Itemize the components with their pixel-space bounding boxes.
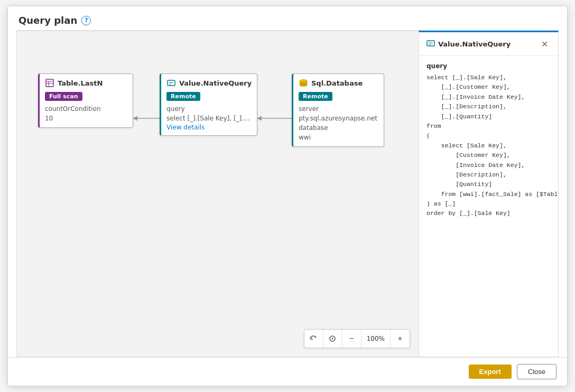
- close-button[interactable]: Close: [517, 364, 557, 379]
- canvas-area[interactable]: Table.LastN Full scan countOrCondition 1…: [16, 31, 419, 357]
- zoom-in-icon: +: [397, 334, 402, 343]
- zoom-in-button[interactable]: +: [391, 330, 410, 348]
- fit-view-icon: [329, 335, 336, 342]
- sql-database-prop-2: pty.sql.azuresynapse.net: [299, 114, 378, 123]
- native-query-badge: Remote: [166, 92, 200, 101]
- table-lastn-badge: Full scan: [45, 92, 82, 101]
- table-lastn-prop-2: 10: [45, 114, 127, 123]
- fit-view-button[interactable]: [323, 330, 342, 348]
- sql-database-badge: Remote: [299, 92, 332, 101]
- svg-rect-6: [168, 80, 175, 86]
- side-panel-close-button[interactable]: ✕: [538, 38, 551, 50]
- export-button[interactable]: Export: [469, 365, 512, 379]
- sql-database-icon: [299, 78, 308, 88]
- node-table-lastn[interactable]: Table.LastN Full scan countOrCondition 1…: [38, 73, 133, 128]
- table-lastn-title: Table.LastN: [58, 79, 103, 87]
- table-lastn-body: Full scan countOrCondition 10: [40, 90, 133, 127]
- undo-button[interactable]: [304, 330, 323, 348]
- native-query-title: Value.NativeQuery: [179, 79, 252, 87]
- panel-section-label: query: [426, 62, 551, 70]
- help-icon[interactable]: ?: [81, 16, 91, 25]
- table-lastn-icon: [45, 78, 54, 88]
- svg-rect-13: [427, 41, 434, 46]
- canvas-toolbar: − 100% +: [304, 329, 410, 348]
- side-panel-title: Value.NativeQuery: [426, 39, 511, 49]
- node-table-lastn-header: Table.LastN: [40, 74, 133, 90]
- native-query-prop-2: select [_].[Sale Key], [_]....: [166, 114, 252, 123]
- undo-icon: [310, 335, 317, 342]
- sql-database-prop-3: database: [299, 123, 378, 133]
- node-sql-header: Sql.Database: [293, 74, 384, 90]
- dialog-footer: Export Close: [8, 357, 567, 386]
- native-query-prop-1: query: [166, 104, 252, 114]
- side-panel: Value.NativeQuery ✕ query select [_].[Sa…: [419, 31, 559, 357]
- native-query-icon: [166, 78, 176, 88]
- zoom-out-icon: −: [349, 334, 354, 343]
- zoom-out-button[interactable]: −: [342, 330, 361, 348]
- node-value-nativequery[interactable]: Value.NativeQuery Remote query select [_…: [160, 73, 257, 136]
- dialog-header: Query plan ?: [8, 6, 567, 30]
- view-details-link[interactable]: View details: [166, 124, 205, 131]
- zoom-level: 100%: [361, 330, 391, 348]
- side-panel-icon: [426, 39, 435, 49]
- sql-database-title: Sql.Database: [311, 79, 363, 87]
- dialog-title: Query plan: [18, 15, 77, 26]
- svg-point-12: [332, 338, 333, 340]
- side-panel-header: Value.NativeQuery ✕: [419, 32, 558, 56]
- side-panel-content: query select [_].[Sale Key], [_].[Custom…: [419, 56, 558, 225]
- svg-point-10: [300, 80, 307, 82]
- panel-code: select [_].[Sale Key], [_].[Customer Key…: [426, 73, 551, 219]
- sql-database-prop-4: wwi: [299, 133, 378, 142]
- table-lastn-prop-1: countOrCondition: [45, 104, 127, 114]
- node-sql-database[interactable]: Sql.Database Remote server pty.sql.azure…: [292, 73, 384, 147]
- sql-database-prop-1: server: [299, 104, 378, 114]
- close-icon: ✕: [541, 39, 548, 49]
- svg-rect-2: [46, 79, 53, 87]
- query-plan-dialog: Query plan ?: [7, 6, 568, 386]
- canvas-content: Table.LastN Full scan countOrCondition 1…: [17, 31, 419, 357]
- dialog-body: Table.LastN Full scan countOrCondition 1…: [16, 30, 559, 357]
- sql-database-body: Remote server pty.sql.azuresynapse.net d…: [293, 90, 384, 146]
- node-native-header: Value.NativeQuery: [161, 74, 257, 90]
- native-query-body: Remote query select [_].[Sale Key], [_].…: [161, 90, 257, 135]
